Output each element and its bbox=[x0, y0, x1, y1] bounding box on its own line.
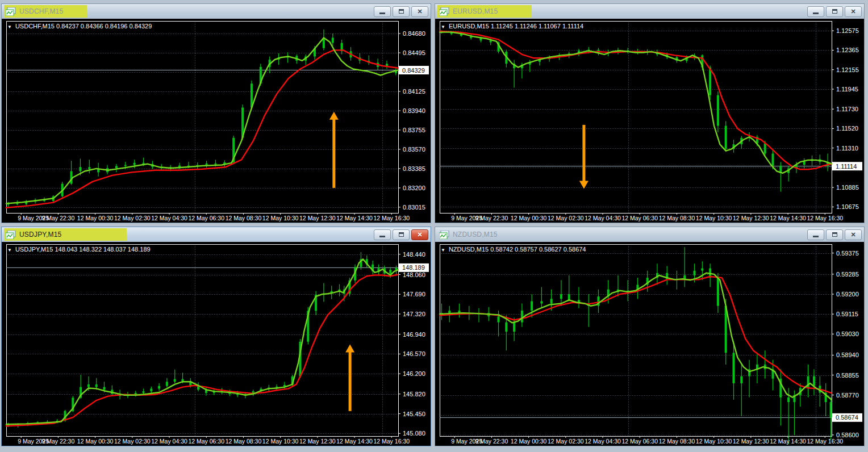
svg-text:0.83755: 0.83755 bbox=[403, 127, 425, 133]
svg-text:9 May 22:30: 9 May 22:30 bbox=[475, 215, 508, 221]
restore-button[interactable] bbox=[393, 229, 410, 240]
svg-text:12 May 02:30: 12 May 02:30 bbox=[114, 215, 151, 221]
svg-text:1.11520: 1.11520 bbox=[836, 125, 858, 132]
restore-icon bbox=[399, 232, 404, 237]
svg-text:12 May 16:30: 12 May 16:30 bbox=[373, 215, 410, 221]
window-titlebar[interactable]: EURUSD,M15 ✕ bbox=[435, 4, 864, 19]
svg-text:12 May 08:30: 12 May 08:30 bbox=[659, 438, 695, 445]
svg-text:0.59285: 0.59285 bbox=[836, 271, 859, 278]
svg-text:12 May 04:30: 12 May 04:30 bbox=[151, 438, 187, 445]
price-chart-eurusd[interactable]: 1.125751.123651.121551.119451.117301.115… bbox=[435, 19, 864, 223]
window-titlebar[interactable]: USDJPY,M15 ✕ bbox=[2, 227, 431, 242]
svg-text:146.570: 146.570 bbox=[403, 350, 425, 357]
svg-text:12 May 14:30: 12 May 14:30 bbox=[336, 215, 373, 221]
minimize-button[interactable] bbox=[374, 6, 391, 17]
restore-button[interactable] bbox=[393, 6, 410, 17]
svg-text:145.820: 145.820 bbox=[403, 391, 425, 397]
svg-text:12 May 00:30: 12 May 00:30 bbox=[511, 215, 547, 221]
close-button[interactable]: ✕ bbox=[845, 229, 862, 240]
svg-text:1.12155: 1.12155 bbox=[836, 66, 859, 73]
svg-text:0.58855: 0.58855 bbox=[836, 372, 859, 379]
minimize-icon bbox=[379, 12, 385, 14]
chart-body: ▼USDCHF,M15 0.84237 0.84366 0.84196 0.84… bbox=[2, 19, 431, 223]
close-button[interactable]: ✕ bbox=[411, 6, 428, 17]
svg-text:12 May 08:30: 12 May 08:30 bbox=[659, 215, 695, 221]
minimize-button[interactable] bbox=[374, 229, 391, 240]
window-titlebar[interactable]: NZDUSD,M15 ✕ bbox=[435, 227, 864, 242]
window-title: USDCHF,M15 bbox=[19, 7, 63, 15]
svg-text:145.450: 145.450 bbox=[403, 411, 425, 417]
svg-text:0.83570: 0.83570 bbox=[403, 146, 425, 153]
svg-text:1.11730: 1.11730 bbox=[836, 106, 858, 112]
svg-text:1.11945: 1.11945 bbox=[836, 86, 858, 93]
chart-icon bbox=[439, 7, 449, 16]
svg-text:147.690: 147.690 bbox=[403, 291, 425, 298]
svg-text:0.83385: 0.83385 bbox=[403, 165, 425, 172]
chevron-down-icon[interactable]: ▼ bbox=[441, 24, 445, 30]
chart-icon bbox=[6, 7, 16, 16]
svg-text:148.189: 148.189 bbox=[402, 264, 425, 271]
svg-text:0.83200: 0.83200 bbox=[403, 185, 425, 191]
svg-text:12 May 14:30: 12 May 14:30 bbox=[770, 438, 806, 445]
close-button[interactable]: ✕ bbox=[845, 6, 862, 17]
svg-text:148.060: 148.060 bbox=[403, 271, 425, 278]
svg-text:0.58674: 0.58674 bbox=[836, 414, 858, 421]
minimize-button[interactable] bbox=[807, 229, 824, 240]
chart-body: ▼NZDUSD,M15 0.58742 0.58757 0.58627 0.58… bbox=[435, 242, 864, 446]
window-title: EURUSD,M15 bbox=[453, 7, 498, 15]
minimize-icon bbox=[813, 236, 819, 237]
svg-text:12 May 02:30: 12 May 02:30 bbox=[548, 215, 584, 221]
close-icon: ✕ bbox=[850, 232, 856, 238]
svg-text:12 May 10:30: 12 May 10:30 bbox=[262, 438, 299, 445]
chevron-down-icon[interactable]: ▼ bbox=[7, 248, 12, 253]
svg-text:9 May 22:30: 9 May 22:30 bbox=[42, 438, 75, 445]
restore-button[interactable] bbox=[826, 229, 843, 240]
chart-ohlc-header: ▼EURUSD,M15 1.11245 1.11246 1.11067 1.11… bbox=[441, 23, 583, 30]
svg-text:0.59200: 0.59200 bbox=[836, 291, 859, 298]
svg-text:12 May 06:30: 12 May 06:30 bbox=[621, 215, 658, 221]
chart-body: ▼EURUSD,M15 1.11245 1.11246 1.11067 1.11… bbox=[435, 19, 864, 223]
price-chart-usdjpy[interactable]: 148.440148.060147.690147.320146.940146.5… bbox=[2, 242, 431, 446]
chart-ohlc-header: ▼USDJPY,M15 148.043 148.322 148.037 148.… bbox=[7, 246, 151, 253]
price-chart-usdchf[interactable]: 0.846800.844950.841250.839400.837550.835… bbox=[2, 19, 431, 223]
restore-button[interactable] bbox=[826, 6, 843, 17]
minimize-icon bbox=[813, 12, 819, 14]
chart-ohlc-text: EURUSD,M15 1.11245 1.11246 1.11067 1.111… bbox=[449, 23, 583, 30]
svg-text:0.59375: 0.59375 bbox=[836, 250, 859, 257]
svg-text:0.84329: 0.84329 bbox=[402, 67, 425, 74]
chevron-down-icon[interactable]: ▼ bbox=[441, 248, 445, 253]
svg-text:147.320: 147.320 bbox=[403, 311, 425, 317]
chart-ohlc-text: USDJPY,M15 148.043 148.322 148.037 148.1… bbox=[15, 246, 151, 253]
chart-ohlc-text: USDCHF,M15 0.84237 0.84366 0.84196 0.843… bbox=[15, 23, 152, 30]
minimize-button[interactable] bbox=[807, 6, 824, 17]
restore-icon bbox=[832, 9, 837, 14]
svg-text:12 May 06:30: 12 May 06:30 bbox=[188, 438, 224, 445]
svg-text:0.83015: 0.83015 bbox=[403, 204, 425, 211]
svg-text:1.12365: 1.12365 bbox=[836, 47, 859, 53]
svg-text:1.10675: 1.10675 bbox=[836, 203, 859, 210]
mdi-workspace: USDCHF,M15 ✕ ▼USDCHF,M15 0.84237 0.84366… bbox=[0, 0, 866, 447]
svg-text:12 May 08:30: 12 May 08:30 bbox=[226, 215, 262, 221]
close-icon: ✕ bbox=[850, 9, 856, 15]
window-titlebar[interactable]: USDCHF,M15 ✕ bbox=[2, 4, 431, 19]
svg-text:12 May 04:30: 12 May 04:30 bbox=[585, 438, 621, 445]
svg-text:12 May 06:30: 12 May 06:30 bbox=[188, 215, 224, 221]
svg-text:146.200: 146.200 bbox=[403, 370, 425, 377]
svg-text:12 May 14:30: 12 May 14:30 bbox=[770, 215, 806, 221]
svg-text:12 May 04:30: 12 May 04:30 bbox=[585, 215, 621, 221]
svg-text:12 May 08:30: 12 May 08:30 bbox=[226, 438, 262, 445]
svg-text:12 May 12:30: 12 May 12:30 bbox=[733, 215, 769, 221]
chart-ohlc-header: ▼USDCHF,M15 0.84237 0.84366 0.84196 0.84… bbox=[7, 23, 152, 30]
price-chart-nzdusd[interactable]: 0.593750.592850.592000.591150.590300.589… bbox=[435, 242, 864, 446]
svg-text:12 May 12:30: 12 May 12:30 bbox=[299, 215, 336, 221]
minimize-icon bbox=[379, 236, 385, 237]
svg-text:12 May 06:30: 12 May 06:30 bbox=[621, 438, 658, 445]
chart-window-usdjpy: USDJPY,M15 ✕ ▼USDJPY,M15 148.043 148.322… bbox=[1, 227, 431, 446]
svg-text:12 May 00:30: 12 May 00:30 bbox=[77, 215, 114, 221]
svg-text:12 May 16:30: 12 May 16:30 bbox=[807, 438, 843, 445]
svg-text:12 May 10:30: 12 May 10:30 bbox=[696, 438, 732, 445]
chevron-down-icon[interactable]: ▼ bbox=[7, 24, 12, 30]
svg-text:1.10885: 1.10885 bbox=[836, 184, 859, 191]
chart-window-nzdusd: NZDUSD,M15 ✕ ▼NZDUSD,M15 0.58742 0.58757… bbox=[435, 227, 865, 446]
close-button[interactable]: ✕ bbox=[411, 229, 428, 240]
